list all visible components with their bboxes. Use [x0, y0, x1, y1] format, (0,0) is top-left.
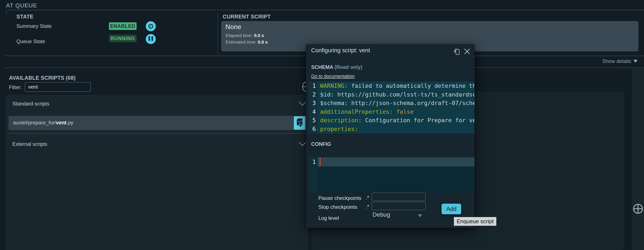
group-divider	[8, 133, 305, 133]
right-column	[632, 68, 644, 250]
close-icon[interactable]	[464, 48, 470, 55]
header-rule	[6, 10, 644, 14]
add-button[interactable]: Add	[442, 204, 461, 214]
pause-checkpoints-label: Pause checkpoints	[318, 195, 361, 201]
schema-editor[interactable]: 123456▾ WARNING: failed to automatically…	[308, 82, 474, 133]
current-script-heading: CURRENT SCRIPT	[223, 14, 271, 20]
schema-heading: SCHEMA (Read only)	[311, 64, 362, 70]
queue-state-badge: RUNNING	[109, 35, 136, 42]
pause-checkpoints-input[interactable]	[372, 193, 426, 201]
modal-title: Configuring script: vent	[311, 47, 370, 54]
text-cursor	[320, 157, 320, 166]
svg-text:</>: </>	[298, 120, 302, 123]
available-scripts-heading: AVAILABLE SCRIPTS (68)	[9, 75, 76, 81]
page-title: AT QUEUE	[6, 2, 37, 9]
active-line-highlight	[318, 157, 474, 166]
stop-checkpoints-regex: .*	[366, 204, 369, 210]
summary-state-badge: ENABLED	[109, 22, 136, 30]
pause-queue-button[interactable]	[146, 34, 156, 44]
elapsed-time: Elapsed time: 0.0 s	[226, 33, 264, 38]
external-scripts-group[interactable]: External scripts	[12, 141, 47, 147]
schema-gutter: 123456▾	[308, 82, 318, 133]
filter-input[interactable]	[25, 82, 91, 92]
documentation-link[interactable]: Go to documentation	[311, 74, 354, 79]
config-editor[interactable]: 1	[308, 157, 474, 193]
at-queue-screen: AT QUEUE STATE Summary State ENABLED ⚙ Q…	[0, 0, 644, 250]
show-details-button[interactable]: Show details	[602, 58, 638, 64]
stop-checkpoints-label: Stop checkpoints	[318, 204, 358, 210]
pause-icon	[148, 36, 154, 42]
dropdown-caret-icon[interactable]	[418, 214, 422, 217]
standard-scripts-group[interactable]: Standard scripts	[12, 101, 49, 107]
configure-script-modal: Configuring script: vent SCHEMA (Read on…	[306, 44, 474, 228]
gear-icon: ⚙	[148, 23, 154, 30]
file-code-icon: </>	[296, 118, 303, 128]
queue-state-label: Queue State	[16, 38, 45, 44]
rotate-panel-icon[interactable]	[453, 48, 461, 55]
summary-state-label: Summary State	[16, 23, 52, 29]
stop-checkpoints-input[interactable]	[372, 202, 426, 210]
estimated-time: Estimated time: 0.0 s	[226, 39, 268, 45]
log-level-select[interactable]: Debug	[372, 211, 390, 218]
standard-scripts-chevron-icon[interactable]	[299, 102, 306, 106]
schema-code-lines: WARNING: failed to automatically determi…	[318, 82, 474, 133]
external-scripts-chevron-icon[interactable]	[299, 142, 306, 146]
configure-script-button[interactable]: </>	[294, 116, 306, 130]
state-heading: STATE	[16, 14, 34, 20]
script-path: auxtel/prepare_for/vent.py	[13, 120, 73, 126]
pause-checkpoints-regex: .*	[366, 195, 369, 201]
enqueue-script-tooltip: Enqueue script	[454, 217, 496, 226]
filter-label: Filter:	[9, 84, 22, 90]
current-script-name: None	[226, 23, 241, 31]
script-list-item[interactable]: auxtel/prepare_for/vent.py </>	[8, 116, 307, 130]
config-heading: CONFIG	[311, 141, 331, 147]
config-line-number: 1	[308, 157, 316, 166]
summary-state-settings-button[interactable]: ⚙	[146, 21, 156, 31]
chevron-down-icon	[633, 60, 638, 63]
log-level-label: Log level	[318, 215, 339, 221]
state-divider	[218, 13, 218, 56]
target-crosshair-icon-right[interactable]	[632, 203, 644, 215]
